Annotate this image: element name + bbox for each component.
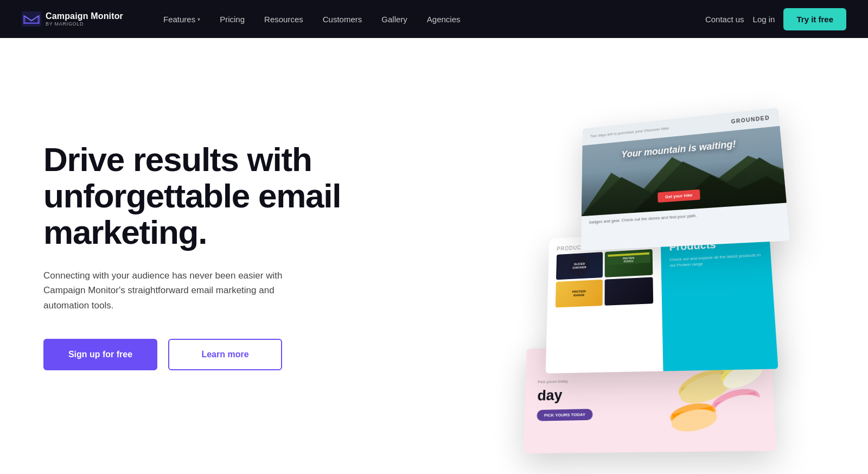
signup-button[interactable]: Sign up for free xyxy=(43,339,157,370)
hero-buttons: Sign up for free Learn more xyxy=(43,339,358,370)
nav-links: Features ▾ Pricing Resources Customers G… xyxy=(156,10,705,28)
logo-icon xyxy=(22,11,41,27)
product-item: SLICEDCHICKEN xyxy=(556,252,603,280)
card-products-right: Products Check out and explore all the l… xyxy=(660,225,778,371)
nav-features[interactable]: Features ▾ xyxy=(156,10,208,28)
card-small-text: Pick yours today xyxy=(538,376,649,383)
logo-link[interactable]: Campaign Monitor by MARIGOLD xyxy=(22,11,123,27)
chevron-down-icon: ▾ xyxy=(197,16,200,22)
email-card-products: Products SLICEDCHICKEN xyxy=(546,225,778,373)
card-brand: GROUNDED xyxy=(731,115,770,124)
try-free-button[interactable]: Try it free xyxy=(783,8,846,30)
product-grid: SLICEDCHICKEN PROTEINPOUCH xyxy=(556,249,653,307)
card-products-left: Products SLICEDCHICKEN xyxy=(546,232,663,374)
product-item: PROTEINRANGE xyxy=(556,279,603,307)
hero-subtitle: Connecting with your audience has never … xyxy=(43,268,304,313)
hero-visual: Two days left to purchase your Discover … xyxy=(510,99,868,414)
nav-pricing[interactable]: Pricing xyxy=(212,10,252,28)
nav-customers[interactable]: Customers xyxy=(315,10,370,28)
svg-rect-0 xyxy=(22,11,41,27)
card-day-cta: PICK YOURS TODAY xyxy=(537,408,592,421)
navbar: Campaign Monitor by MARIGOLD Features ▾ … xyxy=(0,0,868,38)
login-link[interactable]: Log in xyxy=(753,15,775,24)
card-products-text: Check out and explore all the latest pro… xyxy=(669,251,762,268)
learn-more-button[interactable]: Learn more xyxy=(168,339,282,370)
contact-link[interactable]: Contact us xyxy=(705,15,744,24)
hero-content: Drive results with unforgettable email m… xyxy=(43,142,358,370)
product-item: PROTEINPOUCH xyxy=(605,249,653,277)
nav-right: Contact us Log in Try it free xyxy=(705,8,846,30)
card-day-left: Pick yours today day PICK YOURS TODAY xyxy=(524,365,662,431)
nav-resources[interactable]: Resources xyxy=(257,10,311,28)
nav-gallery[interactable]: Gallery xyxy=(374,10,415,28)
card-day-title: day xyxy=(537,385,649,402)
email-card-mountain: Two days left to purchase your Discover … xyxy=(581,108,790,251)
logo-subname: by MARIGOLD xyxy=(46,21,123,27)
email-stack: Two days left to purchase your Discover … xyxy=(510,99,868,414)
nav-agencies[interactable]: Agencies xyxy=(419,10,468,28)
hero-title: Drive results with unforgettable email m… xyxy=(43,142,358,251)
logo-name: Campaign Monitor xyxy=(46,11,123,21)
card-cta: Get your hike xyxy=(658,189,700,202)
product-item xyxy=(605,277,654,305)
hero-section: Drive results with unforgettable email m… xyxy=(0,38,868,474)
